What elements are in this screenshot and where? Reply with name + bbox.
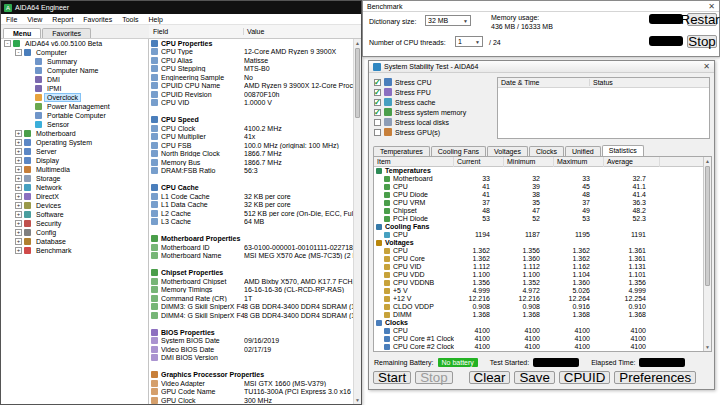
tree-item-config[interactable]: +Config <box>1 228 148 237</box>
statistics-header[interactable]: Item Current Minimum Maximum Average <box>374 157 711 167</box>
field-row-cpu-multiplier[interactable]: CPU Multiplier41x <box>149 133 355 142</box>
menu-report[interactable]: Report <box>47 16 78 23</box>
field-row-cpu-type[interactable]: CPU Type12-Core AMD Ryzen 9 3900X <box>149 48 355 57</box>
tree-item-security[interactable]: +Security <box>1 219 148 228</box>
log-header[interactable]: Date & Time Status <box>498 78 709 88</box>
collapse-icon[interactable]: - <box>4 40 11 47</box>
expand-icon[interactable]: + <box>15 148 22 155</box>
column-header-value[interactable]: Value <box>244 28 361 35</box>
tree-item-power-management[interactable]: Power Management <box>1 102 148 111</box>
stat-row-cpu-core-1-clock[interactable]: CPU Core #1 Clock4100410041004100 <box>374 335 711 343</box>
expand-icon[interactable]: + <box>15 211 22 218</box>
checkbox-checked[interactable] <box>374 79 381 86</box>
tab-statistics[interactable]: Statistics <box>602 145 644 156</box>
tree-item-computer-name[interactable]: Computer Name <box>1 66 148 75</box>
preferences-button[interactable]: Preferences <box>614 371 696 384</box>
tree-item-aida64-v6-00-5100-beta[interactable]: -AIDA64 v6.00.5100 Beta <box>1 39 148 48</box>
field-row-dimm4-g-skill-sniperx-f4-3400c16-8gsxw[interactable]: DIMM4: G Skill SniperX F4-3400C16-8GSXW8… <box>149 311 355 320</box>
field-row-motherboard-name[interactable]: Motherboard NameMSI MEG X570 Ace (MS-7C3… <box>149 252 355 261</box>
stat-group-temperatures[interactable]: Temperatures <box>374 167 711 175</box>
field-row-gpu-code-name[interactable]: GPU Code NameTU116-300A (PCI Express 3.0… <box>149 388 355 397</box>
stat-row-cpu-vddnb[interactable]: CPU VDDNB1.3561.3521.3601.356 <box>374 279 711 287</box>
stability-titlebar[interactable]: System Stability Test - AIDA64 ✕ <box>369 61 714 73</box>
field-row-gpu-clock[interactable]: GPU Clock300 MHz <box>149 396 355 404</box>
tree-item-motherboard[interactable]: +Motherboard <box>1 129 148 138</box>
field-row-cpu-fsb[interactable]: CPU FSB100.0 MHz (original: 100 MHz) <box>149 141 355 150</box>
field-row-cpu-vid[interactable]: CPU VID1.0000 V <box>149 99 355 108</box>
tab-menu[interactable]: Menu <box>3 28 41 38</box>
expand-icon[interactable]: + <box>15 166 22 173</box>
stat-row-cldo-vddp[interactable]: CLDO VDDP0.9080.9080.9160.910 <box>374 303 711 311</box>
stat-row-pch-diode[interactable]: PCH Diode53525352.3 <box>374 215 711 223</box>
stat-row-cpu-vdd[interactable]: CPU VDD1.1001.1001.1041.101 <box>374 271 711 279</box>
main-titlebar[interactable]: A AIDA64 Engineer <box>1 1 361 14</box>
tab-unified[interactable]: Unified <box>565 146 601 156</box>
tree-item-dmi[interactable]: DMI <box>1 75 148 84</box>
stress-option-stress-cpu[interactable]: Stress CPU <box>374 77 494 87</box>
tree-item-network[interactable]: +Network <box>1 183 148 192</box>
clear-button[interactable]: Clear <box>469 371 511 384</box>
scrollbar-thumb[interactable] <box>705 166 710 286</box>
stat-row-cpu[interactable]: CPU1.3621.3561.3621.361 <box>374 247 711 255</box>
stat-row-cpu[interactable]: CPU41394541.1 <box>374 183 711 191</box>
scroll-up-icon[interactable]: ▲ <box>704 157 711 165</box>
save-button[interactable]: Save <box>514 371 554 384</box>
tree-item-directx[interactable]: +DirectX <box>1 192 148 201</box>
field-row-cpuid-cpu-name[interactable]: CPUID CPU NameAMD Ryzen 9 3900X 12-Core … <box>149 82 355 91</box>
expand-icon[interactable]: + <box>15 175 22 182</box>
stress-option-stress-gpu-s[interactable]: Stress GPU(s) <box>374 127 494 137</box>
stress-option-stress-local-disks[interactable]: Stress local disks <box>374 117 494 127</box>
stat-row-chipset[interactable]: Chipset48474948.2 <box>374 207 711 215</box>
field-row-dram-fsb-ratio[interactable]: DRAM:FSB Ratio56:3 <box>149 167 355 176</box>
stat-row-cpu-diode[interactable]: CPU Diode41384841.4 <box>374 191 711 199</box>
expand-icon[interactable]: + <box>15 139 22 146</box>
cpuid-button[interactable]: CPUID <box>559 371 610 384</box>
column-header-field[interactable]: Field <box>149 28 244 35</box>
field-row-dimm3-g-skill-sniperx-f4-3400c16-8gsxw[interactable]: DIMM3: G Skill SniperX F4-3400C16-8GSXW8… <box>149 303 355 312</box>
field-row-motherboard-id[interactable]: Motherboard ID63-0100-000001-00101111-02… <box>149 243 355 252</box>
field-row-memory-bus[interactable]: Memory Bus1866.7 MHz <box>149 158 355 167</box>
tree-item-server[interactable]: +Server <box>1 147 148 156</box>
tree-item-sensor[interactable]: Sensor <box>1 120 148 129</box>
tree-item-summary[interactable]: Summary <box>1 57 148 66</box>
field-row-cpu-clock[interactable]: CPU Clock4100.2 MHz <box>149 124 355 133</box>
stat-row-cpu-core-2-clock[interactable]: CPU Core #2 Clock4100410041004100 <box>374 343 711 351</box>
checkbox-unchecked[interactable] <box>374 119 381 126</box>
stat-row-5-v[interactable]: +5 V4.9994.9725.0264.999 <box>374 287 711 295</box>
tree-item-computer[interactable]: -Computer <box>1 48 148 57</box>
tree-item-devices[interactable]: +Devices <box>1 201 148 210</box>
stat-row-cpu-core[interactable]: CPU Core1.3621.3601.3621.361 <box>374 255 711 263</box>
checkbox-checked[interactable] <box>374 99 381 106</box>
close-icon[interactable]: ✕ <box>708 2 715 11</box>
scroll-down-icon[interactable]: ▼ <box>354 396 361 404</box>
expand-icon[interactable]: + <box>15 238 22 245</box>
tree-item-database[interactable]: +Database <box>1 237 148 246</box>
field-row-motherboard-chipset[interactable]: Motherboard ChipsetAMD Bixby X570, AMD K… <box>149 277 355 286</box>
tree-item-multimedia[interactable]: +Multimedia <box>1 165 148 174</box>
expand-icon[interactable]: + <box>15 220 22 227</box>
menu-file[interactable]: File <box>1 16 22 23</box>
tree-item-operating-system[interactable]: +Operating System <box>1 138 148 147</box>
field-row-l1-data-cache[interactable]: L1 Data Cache32 KB per core <box>149 201 355 210</box>
menu-view[interactable]: View <box>22 16 47 23</box>
tree-item-benchmark[interactable]: +Benchmark <box>1 246 148 255</box>
tab-favorites[interactable]: Favorites <box>42 28 91 38</box>
checkbox-unchecked[interactable] <box>374 129 381 136</box>
stress-option-stress-fpu[interactable]: Stress FPU <box>374 87 494 97</box>
field-row-video-bios-date[interactable]: Video BIOS Date02/17/19 <box>149 345 355 354</box>
field-row-system-bios-date[interactable]: System BIOS Date09/16/2019 <box>149 337 355 346</box>
tab-voltages[interactable]: Voltages <box>487 146 528 156</box>
tree-item-portable-computer[interactable]: Portable Computer <box>1 111 148 120</box>
menu-favorites[interactable]: Favorites <box>78 16 117 23</box>
expand-icon[interactable]: + <box>15 130 22 137</box>
tree-item-software[interactable]: +Software <box>1 210 148 219</box>
expand-icon[interactable]: + <box>15 193 22 200</box>
stat-group-cooling-fans[interactable]: Cooling Fans <box>374 223 711 231</box>
field-row-dmi-bios-version[interactable]: DMI BIOS Version <box>149 354 355 363</box>
tab-clocks[interactable]: Clocks <box>529 146 564 156</box>
stop-button[interactable]: Stop <box>687 35 717 48</box>
start-button[interactable]: Start <box>373 371 411 384</box>
tree-item-ipmi[interactable]: IPMI <box>1 84 148 93</box>
tree-item-storage[interactable]: +Storage <box>1 174 148 183</box>
field-row-memory-timings[interactable]: Memory Timings16-16-16-36 (CL-RCD-RP-RAS… <box>149 286 355 295</box>
